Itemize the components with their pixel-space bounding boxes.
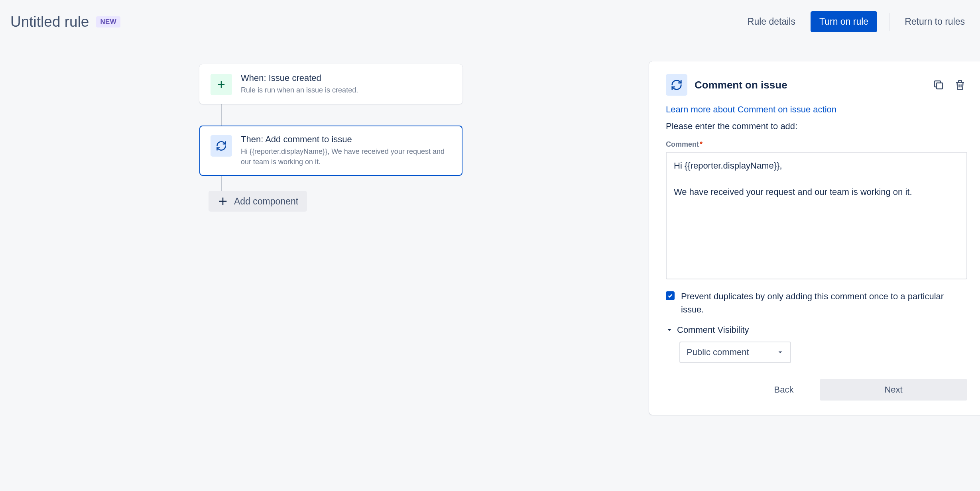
action-card[interactable]: Then: Add comment to issue Hi {{reporter… bbox=[199, 126, 462, 176]
chevron-down-icon bbox=[666, 326, 673, 334]
header-divider bbox=[889, 13, 889, 31]
flow-connector bbox=[221, 176, 222, 191]
rule-flow: When: Issue created Rule is run when an … bbox=[199, 64, 462, 212]
learn-more-link[interactable]: Learn more about Comment on issue action bbox=[666, 104, 836, 115]
header-left: Untitled rule NEW bbox=[10, 14, 120, 30]
duplicate-button[interactable] bbox=[931, 78, 946, 92]
panel-title: Comment on issue bbox=[695, 79, 924, 91]
plus-icon bbox=[217, 196, 228, 207]
prevent-duplicates-label: Prevent duplicates by only adding this c… bbox=[681, 290, 967, 316]
comment-textarea[interactable] bbox=[666, 152, 967, 279]
svg-rect-4 bbox=[937, 83, 943, 89]
chevron-down-icon bbox=[777, 349, 784, 356]
add-component-label: Add component bbox=[234, 196, 298, 207]
return-to-rules-link[interactable]: Return to rules bbox=[901, 12, 968, 31]
rule-details-link[interactable]: Rule details bbox=[744, 12, 799, 31]
refresh-icon bbox=[211, 135, 232, 157]
page-header: Untitled rule NEW Rule details Turn on r… bbox=[0, 0, 980, 40]
action-config-panel: Comment on issue Learn more about Commen… bbox=[649, 61, 980, 415]
prevent-duplicates-checkbox[interactable] bbox=[666, 291, 675, 300]
add-component-button[interactable]: Add component bbox=[209, 191, 307, 212]
visibility-value: Public comment bbox=[687, 347, 749, 357]
trigger-card[interactable]: When: Issue created Rule is run when an … bbox=[199, 64, 462, 104]
visibility-select[interactable]: Public comment bbox=[679, 342, 791, 363]
action-title: Then: Add comment to issue bbox=[241, 134, 451, 145]
trigger-subtitle: Rule is run when an issue is created. bbox=[241, 85, 451, 95]
flow-connector bbox=[221, 104, 222, 126]
new-badge: NEW bbox=[96, 16, 120, 27]
back-button[interactable]: Back bbox=[748, 379, 820, 401]
comment-label: Comment* bbox=[666, 140, 967, 149]
comment-visibility-toggle[interactable]: Comment Visibility bbox=[666, 325, 967, 335]
visibility-section-label: Comment Visibility bbox=[677, 325, 749, 335]
refresh-icon bbox=[666, 74, 687, 96]
trigger-title: When: Issue created bbox=[241, 73, 451, 83]
turn-on-rule-button[interactable]: Turn on rule bbox=[811, 11, 877, 32]
delete-button[interactable] bbox=[953, 78, 967, 92]
next-button[interactable]: Next bbox=[820, 379, 967, 401]
rule-title[interactable]: Untitled rule bbox=[10, 14, 89, 30]
header-right: Rule details Turn on rule Return to rule… bbox=[744, 11, 968, 32]
plus-icon bbox=[211, 74, 232, 95]
panel-instruction: Please enter the comment to add: bbox=[666, 121, 967, 132]
action-subtitle: Hi {{reporter.displayName}}, We have rec… bbox=[241, 146, 451, 167]
